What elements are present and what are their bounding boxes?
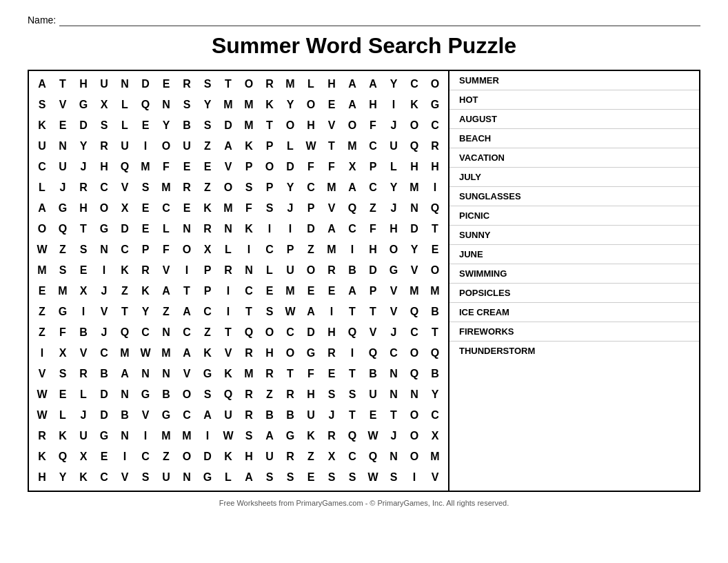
grid-cell: E [321,95,342,115]
grid-cell: V [363,322,383,343]
grid-cell: G [280,426,301,446]
grid-cell: M [156,426,176,446]
grid-cell: O [280,115,301,136]
grid-cell: S [383,467,404,488]
grid-cell: E [94,446,114,467]
grid-cell: J [383,322,404,343]
grid-cell: O [383,239,404,260]
footer: Free Worksheets from PrimaryGames.com - … [28,499,700,507]
grid-cell: X [94,95,114,115]
grid-cell: S [321,467,342,488]
grid-cell: V [321,198,342,219]
word-item: VACATION [449,148,699,168]
grid-cell: A [156,281,176,302]
grid-cell: P [197,260,218,281]
name-underline [59,14,700,26]
grid-cell: I [176,260,197,281]
grid-cell: I [239,239,259,260]
grid-cell: I [425,177,445,198]
grid-cell: I [321,302,342,322]
grid-cell: T [425,219,445,239]
grid-cell: P [135,239,156,260]
grid-cell: O [404,343,425,364]
grid-cell: Q [404,364,425,384]
grid-cell: D [94,405,114,426]
grid-cell: V [73,343,94,364]
grid-cell: K [197,198,218,219]
grid-cell: G [135,384,156,405]
grid-cell: C [342,446,363,467]
grid-cell: I [404,467,425,488]
grid-cell: I [32,343,52,364]
grid-cell: S [259,198,280,219]
grid-cell: S [239,177,259,198]
grid-cell: K [135,281,156,302]
grid-cell: G [94,426,114,446]
grid-cell: X [425,426,445,446]
grid-cell: N [156,322,176,343]
grid-cell: H [73,198,94,219]
grid-cell: T [342,364,363,384]
grid-cell: B [425,364,445,384]
grid-cell: M [321,239,342,260]
grid-cell: A [321,219,342,239]
grid-cell: U [52,157,73,177]
grid-cell: N [156,364,176,384]
grid-cell: M [32,260,52,281]
grid-cell: B [73,322,94,343]
grid-cell: Z [301,446,321,467]
grid-cell: S [135,177,156,198]
grid-cell: E [156,74,176,95]
grid-cell: G [94,219,114,239]
grid-cell: R [73,364,94,384]
grid-cell: W [280,302,301,322]
grid-cell: K [301,426,321,446]
grid-cell: O [425,260,445,281]
grid-cell: P [363,157,383,177]
grid-cell: I [218,281,239,302]
grid-cell: A [176,343,197,364]
grid-cell: P [259,177,280,198]
grid-cell: M [114,343,135,364]
grid-cell: O [32,219,52,239]
grid-cell: M [239,364,259,384]
grid-cell: G [52,302,73,322]
grid-cell: O [404,405,425,426]
grid-cell: G [301,343,321,364]
grid-cell: F [156,239,176,260]
grid-cell: J [383,115,404,136]
grid-cell: K [114,260,135,281]
grid-cell: M [156,177,176,198]
word-item: FIREWORKS [449,322,699,342]
grid-cell: L [383,157,404,177]
grid-cell: V [404,260,425,281]
grid-cell: Z [301,239,321,260]
grid-cell: O [176,446,197,467]
grid-cell: K [32,446,52,467]
grid-cell: D [301,219,321,239]
grid-cell: H [32,467,52,488]
grid-cell: O [218,177,239,198]
grid-cell: H [73,74,94,95]
grid-cell: N [114,74,135,95]
grid-cell: I [383,95,404,115]
grid-cell: I [342,343,363,364]
grid-cell: M [239,95,259,115]
grid-cell: Q [52,219,73,239]
grid-cell: D [135,74,156,95]
grid-cell: Q [114,322,135,343]
grid-cell: I [135,136,156,157]
grid-cell: C [156,198,176,219]
grid-cell: L [301,74,321,95]
grid-cell: E [176,198,197,219]
word-item: AUGUST [449,110,699,129]
grid-cell: L [156,219,176,239]
grid-cell: O [342,115,363,136]
grid-cell: Q [114,157,135,177]
word-item: SUNNY [449,226,699,245]
grid-cell: A [342,95,363,115]
grid-cell: N [404,198,425,219]
grid-cell: T [342,302,363,322]
grid-cell: L [73,384,94,405]
grid-cell: I [94,260,114,281]
